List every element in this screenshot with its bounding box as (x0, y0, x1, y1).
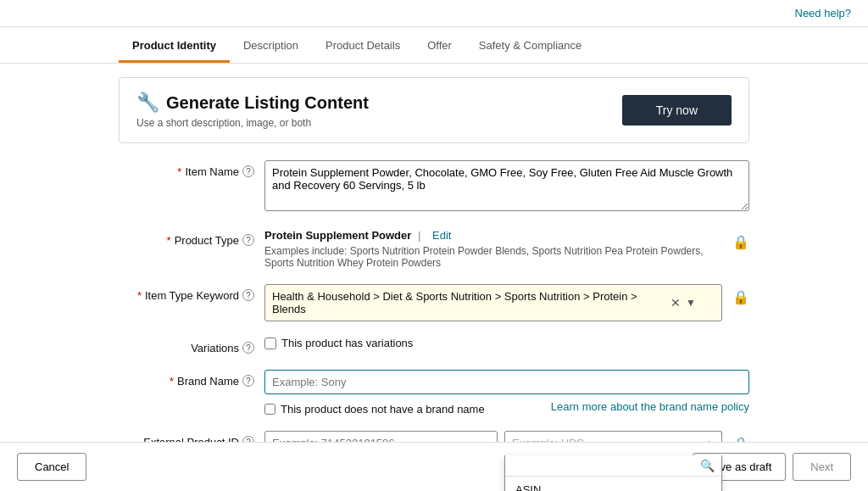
variations-help-icon[interactable]: ? (242, 342, 254, 354)
tab-description[interactable]: Description (230, 31, 312, 63)
tab-product-details[interactable]: Product Details (312, 31, 414, 63)
generate-icon: 🔧 (136, 92, 159, 114)
no-brand-name-checkbox[interactable] (264, 404, 275, 415)
brand-bottom-row: This product does not have a brand name … (264, 398, 749, 416)
no-brand-name-label: This product does not have a brand name (281, 403, 485, 416)
brand-name-label-text: Brand Name (177, 375, 239, 388)
product-type-lock-icon: 🔒 (732, 229, 749, 250)
product-type-row: * Product Type ? Protein Supplement Powd… (119, 229, 749, 269)
variations-checkbox[interactable] (264, 338, 276, 349)
keyword-clear-icon[interactable]: ✕ (670, 296, 681, 310)
item-type-keyword-select[interactable]: Health & Household > Diet & Sports Nutri… (264, 284, 722, 321)
brand-no-name-row: This product does not have a brand name (264, 403, 485, 416)
item-name-input[interactable]: Protein Supplement Powder, Chocolate, GM… (264, 160, 749, 211)
item-type-keyword-label-text: Item Type Keyword (145, 289, 239, 302)
item-type-keyword-lock-icon: 🔒 (732, 284, 749, 305)
generate-title-text: Generate Listing Content (166, 93, 369, 113)
brand-policy-link[interactable]: Learn more about the brand name policy (551, 400, 749, 413)
dropdown-item-asin[interactable]: ASIN (505, 477, 721, 491)
product-type-control: Protein Supplement Powder | Edit Example… (264, 229, 722, 269)
item-name-control: Protein Supplement Powder, Chocolate, GM… (264, 160, 749, 214)
tabs: Product Identity Description Product Det… (0, 31, 868, 64)
cancel-button[interactable]: Cancel (17, 453, 86, 481)
required-star-4: * (170, 375, 174, 388)
tab-safety-compliance[interactable]: Safety & Compliance (465, 31, 595, 63)
brand-name-input[interactable] (264, 370, 749, 394)
item-type-keyword-label: * Item Type Keyword ? (119, 284, 254, 302)
product-type-examples: Examples include: Sports Nutrition Prote… (264, 245, 722, 269)
need-help-link[interactable]: Need help? (795, 7, 852, 20)
item-name-row: * Item Name ? Protein Supplement Powder,… (119, 160, 749, 214)
required-star-3: * (137, 289, 142, 302)
keyword-chevron-icon[interactable]: ▼ (686, 297, 696, 309)
dropdown-search-row: 🔍 (505, 455, 721, 477)
ext-product-type-dropdown: 🔍 ASIN UPC/EAN/GTIN (504, 455, 722, 491)
brand-name-control: This product does not have a brand name … (264, 370, 749, 416)
generate-listing-card: 🔧 Generate Listing Content Use a short d… (119, 77, 749, 143)
bottom-bar: Cancel Save as draft Next (0, 442, 868, 491)
product-type-value: Protein Supplement Powder (264, 229, 411, 242)
next-button[interactable]: Next (793, 453, 851, 481)
brand-name-label: * Brand Name ? (119, 370, 254, 388)
keyword-select-text: Health & Household > Diet & Sports Nutri… (272, 290, 670, 315)
item-name-label-text: Item Name (185, 165, 239, 178)
dropdown-search-input[interactable] (512, 460, 700, 472)
item-name-help-icon[interactable]: ? (242, 165, 254, 177)
product-type-value-row: Protein Supplement Powder | Edit (264, 229, 722, 242)
product-form: * Item Name ? Protein Supplement Powder,… (119, 160, 749, 473)
keyword-select-actions: ✕ ▼ (670, 296, 696, 310)
item-type-keyword-row: * Item Type Keyword ? Health & Household… (119, 284, 749, 321)
generate-title: 🔧 Generate Listing Content (136, 92, 369, 114)
item-name-label: * Item Name ? (119, 160, 254, 178)
variations-control: This product has variations (264, 337, 749, 349)
brand-name-row: * Brand Name ? This product does not hav… (119, 370, 749, 416)
product-type-help-icon[interactable]: ? (242, 234, 254, 246)
variations-checkbox-label: This product has variations (281, 337, 413, 349)
try-now-button[interactable]: Try now (622, 95, 732, 126)
item-type-keyword-help-icon[interactable]: ? (242, 289, 254, 301)
generate-subtitle: Use a short description, image, or both (136, 117, 369, 129)
main-content: 🔧 Generate Listing Content Use a short d… (0, 64, 868, 491)
tab-offer[interactable]: Offer (414, 31, 465, 63)
separator: | (418, 229, 420, 242)
generate-card-left: 🔧 Generate Listing Content Use a short d… (136, 92, 369, 129)
tab-product-identity[interactable]: Product Identity (119, 31, 230, 63)
product-type-edit-link[interactable]: Edit (432, 229, 451, 242)
dropdown-search-icon: 🔍 (700, 459, 715, 472)
required-star: * (177, 165, 181, 178)
product-type-label: * Product Type ? (119, 229, 254, 247)
variations-label: Variations ? (119, 337, 254, 354)
required-star-2: * (167, 234, 171, 247)
variations-checkbox-row: This product has variations (264, 337, 749, 349)
variations-row: Variations ? This product has variations (119, 337, 749, 354)
variations-label-text: Variations (191, 342, 239, 354)
item-type-keyword-control: Health & Household > Diet & Sports Nutri… (264, 284, 722, 321)
brand-name-help-icon[interactable]: ? (242, 375, 254, 387)
product-type-label-text: Product Type (175, 234, 239, 247)
top-bar: Need help? (0, 0, 868, 27)
